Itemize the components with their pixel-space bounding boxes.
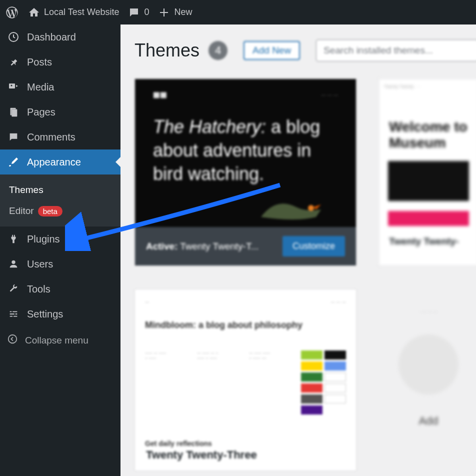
menu-pages[interactable]: Pages [0,100,120,124]
customize-button[interactable]: Customize [282,236,345,256]
menu-media[interactable]: Media [0,74,120,100]
comment-count: 0 [144,7,149,18]
user-icon [7,258,20,270]
brush-icon [7,156,20,168]
admin-sidebar: Dashboard Posts Media Pages Comments App… [0,24,120,476]
plug-icon [7,232,20,246]
bird-icon [256,187,326,227]
submenu-themes[interactable]: Themes [0,180,120,200]
admin-top-bar: Local Test Website 0 New [0,0,476,24]
submenu-editor[interactable]: Editor beta [0,200,120,222]
menu-posts[interactable]: Posts [0,50,120,74]
preview-heading: The Hatchery: a blog about adventures in… [153,116,338,186]
theme-count-badge: 4 [208,41,228,60]
pin-icon [7,56,20,68]
menu-users[interactable]: Users [0,252,120,276]
collapse-icon [7,334,18,347]
page-title: Themes [134,40,200,61]
add-label: Add [384,414,474,428]
menu-tools[interactable]: Tools [0,276,120,302]
theme-footer: Active: Twenty Twenty-T... Customize [135,227,356,266]
menu-appearance[interactable]: Appearance [0,150,120,174]
page-header: Themes 4 Add New Search installed themes… [134,40,476,62]
menu-plugins[interactable]: Plugins [0,226,120,252]
theme-status: Active: Twenty Twenty-T... [146,241,258,252]
wordpress-icon [5,6,19,20]
menu-label: Tools [27,284,50,295]
dashboard-icon [7,30,20,44]
plus-icon [158,6,170,18]
menu-label: Pages [27,106,56,118]
comment-icon [128,6,140,18]
add-new-theme-button[interactable]: Add New [244,41,300,60]
menu-dashboard[interactable]: Dashboard [0,24,120,50]
theme-card[interactable]: Twenty Twenty · ··· Welcome to Museum Tw… [378,78,476,266]
menu-label: Comments [27,132,76,143]
theme-name: Twenty Twenty- [379,226,476,257]
svg-point-2 [11,85,12,86]
menu-label: Plugins [27,234,60,245]
sliders-icon [7,308,20,320]
site-link[interactable]: Local Test Website [28,6,119,18]
preview-welcome: Welcome to Museum [379,119,476,151]
menu-label: Settings [27,308,63,320]
menu-comments[interactable]: Comments [0,124,120,150]
menu-label: Dashboard [27,32,76,43]
pages-icon [7,106,20,118]
comments-link[interactable]: 0 [128,6,149,18]
submenu-label: Themes [9,184,44,196]
svg-point-7 [8,335,17,344]
home-icon [28,6,40,18]
menu-label: Users [27,258,53,270]
wordpress-logo[interactable] [5,6,19,20]
svg-point-6 [12,260,15,264]
theme-preview: ⬜⬜··· ··· ··· The Hatchery: a blog about… [135,79,356,227]
menu-label: Posts [27,56,52,68]
add-theme-card[interactable]: · ··· ··· ··· Add [378,289,476,471]
menu-label: Media [27,82,54,93]
search-themes-input[interactable]: Search installed themes... [316,40,476,62]
theme-card-active[interactable]: ⬜⬜··· ··· ··· The Hatchery: a blog about… [134,78,356,266]
collapse-menu[interactable]: Collapse menu [0,326,120,354]
comment-icon [7,130,20,144]
menu-label: Appearance [27,156,81,168]
appearance-submenu: Themes Editor beta [0,174,120,226]
svg-rect-5 [12,110,17,117]
svg-point-8 [308,205,314,211]
main-content: Themes 4 Add New Search installed themes… [120,24,476,476]
theme-preview: ······ ··· ··· Mindbloom: a blog about p… [135,290,356,440]
new-content-link[interactable]: New [158,6,192,18]
submenu-label: Editor [9,206,34,216]
collapse-label: Collapse menu [25,335,88,346]
new-label: New [174,7,192,18]
site-name: Local Test Website [44,7,119,18]
theme-card[interactable]: ······ ··· ··· Mindbloom: a blog about p… [134,289,356,471]
theme-grid: ⬜⬜··· ··· ··· The Hatchery: a blog about… [134,78,476,266]
beta-badge: beta [38,206,62,216]
menu-settings[interactable]: Settings [0,302,120,326]
media-icon [7,80,20,94]
wrench-icon [7,282,20,296]
